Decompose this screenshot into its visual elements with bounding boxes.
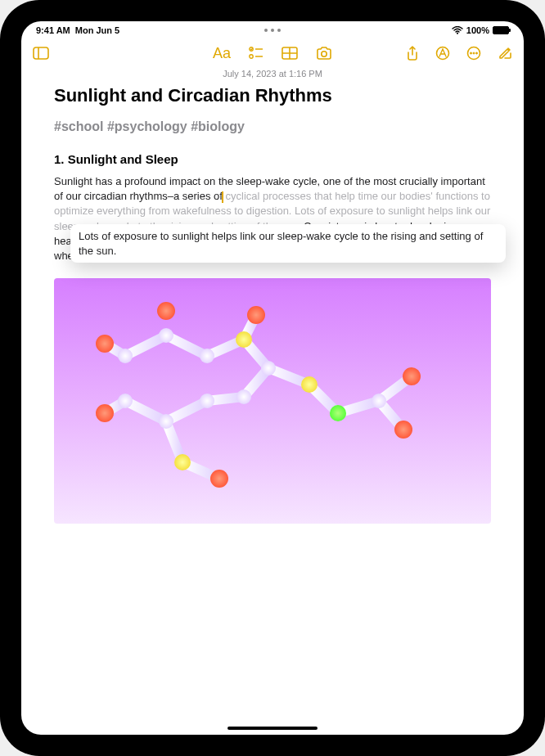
svg-point-39 bbox=[96, 404, 114, 422]
svg-point-42 bbox=[394, 421, 412, 439]
svg-point-10 bbox=[322, 52, 327, 56]
status-time: 9:41 AM bbox=[36, 25, 70, 35]
svg-point-48 bbox=[159, 328, 173, 343]
svg-point-14 bbox=[473, 52, 475, 54]
toolbar: Aa bbox=[21, 39, 524, 67]
camera-button[interactable] bbox=[316, 47, 332, 60]
sidebar-toggle-button[interactable] bbox=[33, 47, 49, 60]
battery-percent: 100% bbox=[466, 25, 489, 35]
svg-point-55 bbox=[236, 389, 251, 404]
markup-button[interactable] bbox=[435, 46, 450, 61]
svg-point-53 bbox=[118, 349, 133, 363]
more-button[interactable] bbox=[466, 46, 481, 61]
note-timestamp: July 14, 2023 at 1:16 PM bbox=[21, 67, 524, 85]
svg-point-15 bbox=[476, 52, 478, 54]
share-button[interactable] bbox=[406, 46, 419, 61]
svg-point-50 bbox=[200, 394, 214, 408]
status-right: 100% bbox=[452, 25, 509, 35]
molecule-illustration bbox=[54, 278, 491, 524]
svg-point-44 bbox=[174, 454, 191, 470]
svg-point-37 bbox=[157, 302, 175, 320]
svg-point-51 bbox=[159, 414, 173, 429]
svg-point-56 bbox=[372, 394, 386, 408]
home-indicator[interactable] bbox=[227, 727, 318, 730]
status-date: Mon Jun 5 bbox=[75, 25, 119, 35]
checklist-button[interactable] bbox=[249, 47, 263, 60]
ipad-device-frame: 9:41 AM Mon Jun 5 100% bbox=[0, 0, 545, 756]
status-left: 9:41 AM Mon Jun 5 bbox=[36, 25, 119, 35]
molecule-image[interactable] bbox=[54, 278, 491, 524]
svg-point-45 bbox=[236, 331, 252, 348]
svg-point-43 bbox=[403, 367, 421, 385]
svg-point-38 bbox=[96, 335, 114, 353]
status-bar: 9:41 AM Mon Jun 5 100% bbox=[21, 21, 524, 39]
note-title[interactable]: Sunlight and Circadian Rhythms bbox=[54, 85, 491, 106]
battery-icon bbox=[493, 26, 509, 34]
svg-point-54 bbox=[261, 361, 276, 376]
svg-point-41 bbox=[210, 470, 228, 488]
section-heading[interactable]: 1. Sunlight and Sleep bbox=[54, 152, 491, 166]
svg-point-47 bbox=[330, 405, 346, 421]
svg-point-0 bbox=[457, 33, 458, 34]
screen: 9:41 AM Mon Jun 5 100% bbox=[21, 21, 524, 735]
compose-button[interactable] bbox=[498, 46, 512, 61]
wifi-icon bbox=[452, 26, 463, 34]
format-button[interactable]: Aa bbox=[213, 45, 231, 62]
drag-text-bubble[interactable]: Lots of exposure to sunlight helps link … bbox=[70, 224, 506, 263]
svg-point-13 bbox=[471, 52, 472, 54]
svg-point-5 bbox=[250, 55, 253, 58]
svg-point-46 bbox=[301, 376, 318, 393]
svg-rect-1 bbox=[34, 47, 48, 59]
multitask-dots[interactable] bbox=[264, 29, 281, 32]
svg-point-40 bbox=[247, 306, 265, 324]
note-content[interactable]: Sunlight and Circadian Rhythms #school #… bbox=[21, 85, 524, 735]
svg-point-52 bbox=[118, 394, 133, 408]
note-tags[interactable]: #school #psychology #biology bbox=[54, 119, 491, 134]
svg-point-49 bbox=[200, 349, 214, 363]
table-button[interactable] bbox=[282, 47, 298, 60]
